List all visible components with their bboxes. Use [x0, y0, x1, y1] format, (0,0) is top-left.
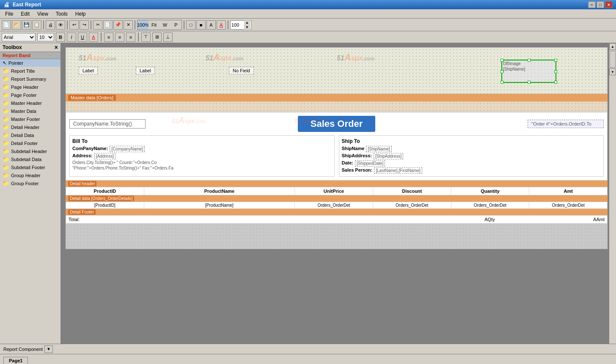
new-button[interactable]: 📄: [2, 20, 11, 30]
print-button[interactable]: 🖨: [46, 20, 55, 30]
window-title: East Report: [13, 2, 41, 8]
data-amt[interactable]: Orders_OrderDet: [529, 202, 607, 208]
bill-company-label: ComPanyName:: [72, 146, 108, 152]
toolbox-item-master-header[interactable]: 📁 Master Header: [0, 99, 60, 107]
toolbox-item-group-footer[interactable]: 📁 Group Footer: [0, 179, 60, 187]
menu-file[interactable]: File: [2, 10, 16, 18]
save-as-button[interactable]: 📋: [32, 20, 41, 30]
scroll-track[interactable]: [609, 51, 616, 68]
zoom-width-button[interactable]: W: [160, 20, 170, 30]
delete-button[interactable]: ✕: [124, 20, 133, 30]
toolbox-item-subdetail-footer[interactable]: 📁 Subdetail Footer: [0, 163, 60, 171]
order-num-field[interactable]: "Order #"+Orders.OrderID.To: [528, 120, 604, 128]
align-right-button[interactable]: ≡: [126, 33, 135, 42]
ship-person-value[interactable]: [LastName],[FirstName]: [374, 167, 422, 174]
dbimage-container[interactable]: DBImage [ShipName]: [501, 60, 556, 83]
toolbox-label-detail-data: Detail Data: [11, 133, 34, 138]
line-color-button[interactable]: A: [217, 20, 226, 30]
watermark-2: 51Aspx.com: [206, 52, 243, 63]
toolbox-item-detail-header[interactable]: 📁 Detail Header: [0, 123, 60, 131]
fill-button[interactable]: ■: [196, 20, 206, 30]
font-color-button[interactable]: A: [89, 33, 98, 42]
bill-address-value[interactable]: [Address]: [94, 153, 116, 159]
data-product-name[interactable]: [ProductName]: [144, 202, 295, 208]
company-field[interactable]: CompanyName.ToString(): [69, 119, 146, 129]
menu-help[interactable]: Help: [72, 10, 89, 18]
align-center-button[interactable]: ≡: [115, 33, 124, 42]
menu-edit[interactable]: Edit: [17, 10, 33, 18]
toolbox-item-subdetail-header[interactable]: 📁 Subdetail Header: [0, 147, 60, 155]
zoom-page-button[interactable]: P: [170, 20, 182, 30]
font-size-select[interactable]: 10 12 14: [37, 33, 54, 41]
bill-phone-row[interactable]: "Phone:"+Orders.Phone.ToString()+" Fax:"…: [72, 166, 332, 170]
undo-button[interactable]: ↩: [69, 20, 79, 30]
text-bottom-button[interactable]: ⊥: [163, 33, 173, 42]
data-product-id[interactable]: [ProductID]: [66, 202, 144, 208]
ship-date-value[interactable]: [ShippedDate]: [355, 160, 385, 167]
toolbox-close-button[interactable]: ×: [55, 44, 58, 50]
text-top-button[interactable]: ⊤: [141, 33, 151, 42]
scroll-up-button[interactable]: ▲: [609, 43, 616, 50]
minimize-button[interactable]: −: [588, 1, 596, 8]
maximize-button[interactable]: □: [597, 1, 604, 8]
data-discount[interactable]: Orders_OrderDet: [373, 202, 451, 208]
toolbox-item-subdetail-data[interactable]: 📁 Subdetail Data: [0, 155, 60, 163]
save-button[interactable]: 💾: [22, 20, 31, 30]
detail-footer-band-label: Detail Footer: [68, 209, 96, 215]
menu-view[interactable]: View: [34, 10, 52, 18]
toolbox-item-page-footer[interactable]: 📁 Page Footer: [0, 91, 60, 99]
scroll-down-button[interactable]: ▼: [609, 68, 616, 75]
toolbox-item-report-summary[interactable]: 📁 Report Summary: [0, 75, 60, 83]
copy-button[interactable]: 📑: [103, 20, 113, 30]
scroll-thumb[interactable]: [610, 51, 616, 68]
sales-order-title[interactable]: Sales Order: [298, 116, 376, 132]
align-left-button[interactable]: ≡: [104, 33, 113, 42]
toolbox-item-master-footer[interactable]: 📁 Master Footer: [0, 115, 60, 123]
menu-tools[interactable]: Tools: [52, 10, 71, 18]
ship-name-row: ShipName [ShipName]: [342, 146, 601, 152]
bold-button[interactable]: B: [56, 33, 65, 42]
close-button[interactable]: ×: [605, 1, 613, 8]
open-button[interactable]: 📂: [12, 20, 21, 30]
toolbox-item-master-data[interactable]: 📁 Master Data: [0, 107, 60, 115]
tab-bar: Page1: [0, 354, 616, 364]
italic-button[interactable]: I: [67, 33, 76, 42]
status-dropdown-button[interactable]: ▼: [44, 345, 53, 353]
tab-page1[interactable]: Page1: [3, 357, 28, 364]
ship-name-value[interactable]: [ShipName]: [366, 146, 391, 152]
preview-button[interactable]: 👁: [56, 20, 65, 30]
toolbox-label-subdetail-header: Subdetail Header: [11, 149, 47, 154]
toolbox-item-group-header[interactable]: 📁 Group Header: [0, 171, 60, 179]
toolbox-item-detail-footer[interactable]: 📁 Detail Footer: [0, 139, 60, 147]
vertical-scrollbar[interactable]: ▲ ▼: [609, 43, 616, 344]
toolbox-item-detail-data[interactable]: 📁 Detail Data: [0, 131, 60, 139]
bill-company-value[interactable]: [CompanyName]: [110, 146, 145, 152]
paste-button[interactable]: 📌: [113, 20, 123, 30]
toolbox-item-page-header[interactable]: 📁 Page Header: [0, 83, 60, 91]
underline-button[interactable]: U: [78, 33, 87, 42]
data-unit-price[interactable]: Orders_OrderDet: [295, 202, 373, 208]
footer-aamt[interactable]: AAmt: [528, 217, 605, 222]
font-family-select[interactable]: Arial Times New Roman: [2, 33, 36, 41]
footer-aqty[interactable]: AQty: [451, 217, 528, 222]
text-middle-button[interactable]: ⊞: [152, 33, 162, 42]
color-button[interactable]: A: [206, 20, 216, 30]
zoom-down-button[interactable]: ▼: [244, 25, 250, 30]
zoom-100-button[interactable]: 100%: [138, 20, 148, 30]
canvas-area[interactable]: ▲ ▼ 51Aspx.com 51Aspx.com 51Aspx.com: [61, 43, 616, 344]
bill-city-row[interactable]: Orders.City.ToString()+ " Countr:"+Order…: [72, 160, 332, 165]
status-component-area: Report Component ▼: [3, 345, 53, 353]
zoom-fit-button[interactable]: Fit: [148, 20, 160, 30]
cut-button[interactable]: ✂: [93, 20, 102, 30]
data-quantity[interactable]: Orders_OrderDet: [451, 202, 530, 208]
ship-address-value[interactable]: [ShipAddress]: [374, 153, 403, 159]
zoom-up-button[interactable]: ▲: [244, 20, 250, 25]
toolbox-item-pointer[interactable]: ↖ Pointer: [0, 59, 60, 67]
toolbox-item-report-title[interactable]: 📁 Report Title: [0, 67, 60, 75]
no-field[interactable]: No Field: [229, 67, 254, 74]
col-discount: Discount: [373, 187, 451, 195]
label-1[interactable]: Label: [79, 67, 98, 74]
label-2[interactable]: Label: [136, 67, 155, 74]
redo-button[interactable]: ↪: [80, 20, 89, 30]
border-button[interactable]: □: [186, 20, 195, 30]
